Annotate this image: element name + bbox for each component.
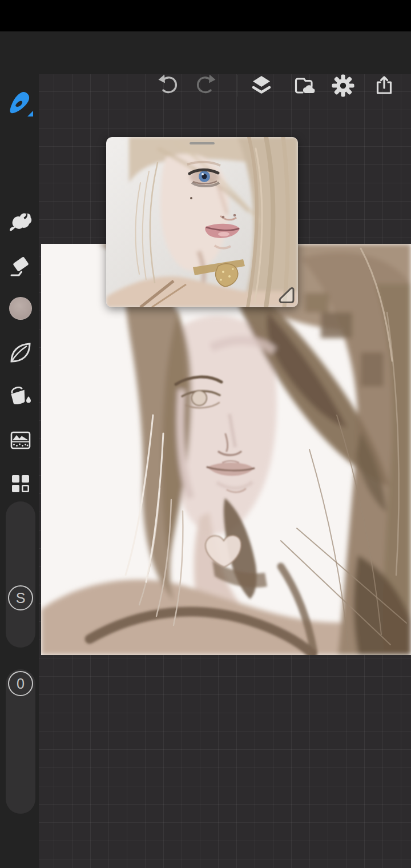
undo-icon	[156, 73, 181, 98]
gallery-button[interactable]	[291, 73, 316, 98]
eraser-icon	[7, 253, 34, 280]
brush-size-slider-handle[interactable]: S	[8, 585, 33, 610]
redo-icon	[193, 73, 218, 98]
opacity-slider-label: 0	[17, 677, 25, 691]
finger-smudge-icon	[7, 209, 34, 236]
top-toolbar	[0, 31, 411, 74]
reference-resize-handle-icon[interactable]	[277, 286, 296, 306]
undo-button[interactable]	[156, 73, 181, 98]
app-screen: S 0	[0, 0, 411, 868]
settings-button[interactable]	[331, 73, 356, 98]
reference-drag-handle[interactable]	[190, 142, 215, 144]
image-filter-icon	[7, 427, 34, 454]
blocks-icon	[7, 470, 34, 497]
opacity-slider-handle[interactable]: 0	[8, 671, 33, 696]
tool-filter[interactable]	[6, 427, 35, 454]
brush-icon	[7, 90, 34, 118]
tool-materials[interactable]	[6, 470, 35, 497]
color-swatch-circle[interactable]	[9, 297, 32, 320]
tool-sidebar: S 0	[0, 74, 39, 868]
layers-button[interactable]	[249, 73, 274, 98]
opacity-slider[interactable]: 0	[6, 669, 35, 814]
tool-soften[interactable]	[6, 339, 35, 366]
gear-icon	[331, 73, 356, 98]
leaf-icon	[7, 339, 34, 366]
tool-smudge[interactable]	[6, 209, 35, 236]
brush-size-slider[interactable]: S	[6, 501, 35, 648]
layers-icon	[249, 73, 274, 98]
tool-brush[interactable]	[6, 90, 35, 118]
reference-photo	[106, 137, 298, 307]
status-bar	[0, 0, 411, 31]
folder-cloud-icon	[291, 73, 316, 98]
share-button[interactable]	[372, 73, 397, 98]
toolbar-divider	[237, 75, 237, 97]
redo-button[interactable]	[193, 73, 218, 98]
share-icon	[372, 73, 397, 98]
reference-image-window[interactable]	[106, 137, 298, 307]
brush-size-slider-label: S	[16, 591, 26, 605]
tool-eraser[interactable]	[6, 253, 35, 280]
tool-fill[interactable]	[6, 382, 35, 409]
paint-bucket-icon	[7, 382, 34, 409]
